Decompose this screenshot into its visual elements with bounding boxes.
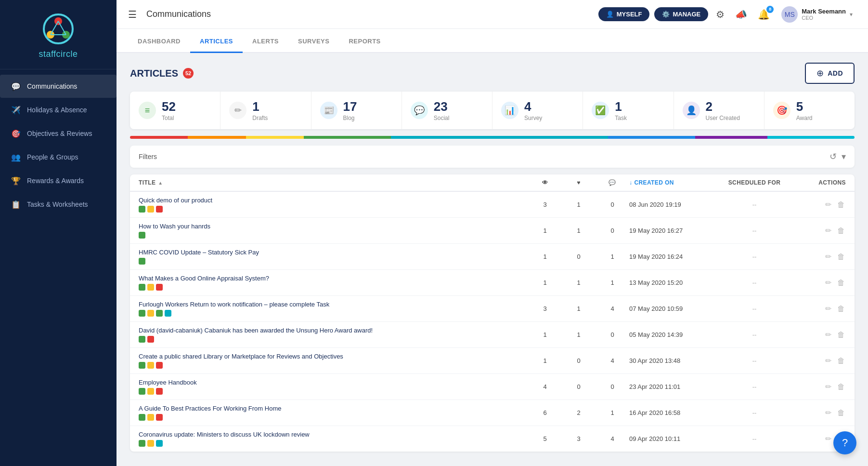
sidebar-item-holidays[interactable]: ✈️ Holidays & Absence [0, 98, 117, 121]
table-row[interactable]: Furlough Workers Return to work notifica… [130, 296, 855, 322]
edit-icon[interactable]: ✏ [824, 381, 832, 392]
article-created-on: 08 Jun 2020 19:19 [629, 201, 711, 208]
stat-drafts-label: Drafts [252, 115, 268, 121]
table-row[interactable]: Create a public shared Library or Market… [130, 348, 855, 374]
article-title-text: Coronavirus update: Ministers to discuss… [139, 431, 528, 438]
article-likes: 2 [562, 409, 596, 416]
stat-drafts[interactable]: ✏ 1 Drafts [220, 92, 311, 129]
table-row[interactable]: David (david-cabaniuk) Cabaniuk has been… [130, 322, 855, 348]
table-row[interactable]: How to Wash your hanrds 1 1 0 19 May 202… [130, 218, 855, 244]
tab-alerts[interactable]: ALERTS [243, 29, 288, 53]
delete-icon[interactable]: 🗑 [836, 200, 846, 210]
article-tags [139, 414, 528, 421]
tab-surveys[interactable]: SURVEYS [288, 29, 339, 53]
megaphone-button[interactable]: 📣 [732, 7, 750, 22]
article-comments: 4 [596, 305, 629, 312]
progress-seg-6 [695, 136, 768, 139]
manage-button[interactable]: ⚙️ MANAGE [654, 7, 708, 21]
filters-bar[interactable]: Filters ↺ ▾ [130, 146, 855, 168]
eye-icon: 👁 [542, 179, 548, 186]
tag [147, 414, 154, 421]
col-title[interactable]: TITLE ▲ [139, 179, 528, 186]
article-created-on: 05 May 2020 14:39 [629, 331, 711, 338]
myself-label: MYSELF [617, 11, 642, 18]
progress-seg-7 [767, 136, 855, 139]
sidebar-item-rewards[interactable]: 🏆 Rewards & Awards [0, 169, 117, 192]
edit-icon[interactable]: ✏ [824, 329, 832, 340]
myself-button[interactable]: 👤 MYSELF [598, 7, 650, 21]
tab-dashboard[interactable]: DASHBOARD [128, 29, 190, 53]
stat-survey[interactable]: 📊 4 Survey [492, 92, 583, 129]
stat-blog-num: 17 [343, 99, 357, 114]
table-header: TITLE ▲ 👁 ♥ 💬 ↓ CREATED ON [130, 174, 855, 192]
stat-social-icon: 💬 [411, 102, 428, 119]
stat-total-info: 52 Total [162, 99, 176, 121]
stat-task-num: 1 [615, 99, 627, 114]
col-created-on[interactable]: ↓ CREATED ON [629, 179, 711, 186]
stat-blog-info: 17 Blog [343, 99, 357, 121]
sidebar-item-tasks[interactable]: 📋 Tasks & Worksheets [0, 193, 117, 216]
user-profile[interactable]: MS Mark Seemann CEO ▾ [777, 4, 856, 25]
sidebar-item-people[interactable]: 👥 People & Groups [0, 146, 117, 169]
sidebar-item-label: Rewards & Awards [27, 177, 84, 185]
delete-icon[interactable]: 🗑 [836, 252, 846, 262]
article-title-cell: Employee Handbook [139, 379, 528, 395]
menu-icon[interactable]: ☰ [128, 9, 137, 20]
stat-social[interactable]: 💬 23 Social [402, 92, 492, 129]
tab-articles[interactable]: ARTICLES [190, 29, 243, 53]
topbar-actions: 👤 MYSELF ⚙️ MANAGE ⚙ 📣 🔔 8 MS Mark Seema… [598, 4, 856, 25]
stat-blog[interactable]: 📰 17 Blog [311, 92, 402, 129]
table-row[interactable]: Quick demo of our product 3 1 0 08 Jun 2… [130, 192, 855, 218]
stat-total[interactable]: ≡ 52 Total [130, 92, 220, 129]
col-actions: ACTIONS [798, 179, 846, 186]
tabs-bar: DASHBOARD ARTICLES ALERTS SURVEYS REPORT… [117, 29, 868, 53]
chevron-down-filters-icon[interactable]: ▾ [842, 151, 846, 162]
edit-icon[interactable]: ✏ [824, 355, 832, 366]
stat-award[interactable]: 🎯 5 Award [764, 92, 855, 129]
article-title-cell: Create a public shared Library or Market… [139, 353, 528, 369]
table-row[interactable]: Coronavirus update: Ministers to discuss… [130, 426, 855, 452]
sidebar-item-label: People & Groups [27, 153, 78, 161]
edit-icon[interactable]: ✏ [824, 303, 832, 314]
rewards-icon: 🏆 [11, 175, 21, 186]
delete-icon[interactable]: 🗑 [836, 226, 846, 236]
help-fab[interactable]: ? [833, 431, 856, 454]
stat-task[interactable]: ✅ 1 Task [583, 92, 674, 129]
stat-survey-info: 4 Survey [524, 99, 542, 121]
article-tags [139, 232, 528, 239]
delete-icon[interactable]: 🗑 [836, 382, 846, 392]
delete-icon[interactable]: 🗑 [836, 330, 846, 340]
table-row[interactable]: A Guide To Best Practices For Working Fr… [130, 400, 855, 426]
sidebar-navigation: 💬 Communications ✈️ Holidays & Absence 🎯… [0, 69, 117, 466]
add-article-button[interactable]: ⊕ ADD [805, 63, 855, 84]
delete-icon[interactable]: 🗑 [836, 408, 846, 418]
article-likes: 1 [562, 279, 596, 286]
sidebar-item-objectives[interactable]: 🎯 Objectives & Reviews [0, 122, 117, 145]
delete-icon[interactable]: 🗑 [836, 278, 846, 288]
notifications-button[interactable]: 🔔 8 [755, 7, 773, 22]
table-row[interactable]: What Makes a Good Online Appraisal Syste… [130, 270, 855, 296]
delete-icon[interactable]: 🗑 [836, 356, 846, 366]
edit-icon[interactable]: ✏ [824, 225, 832, 236]
article-created-on: 30 Apr 2020 13:48 [629, 357, 711, 364]
edit-icon[interactable]: ✏ [824, 251, 832, 262]
article-title-cell: David (david-cabaniuk) Cabaniuk has been… [139, 327, 528, 343]
edit-icon[interactable]: ✏ [824, 407, 832, 418]
edit-icon[interactable]: ✏ [824, 277, 832, 288]
stat-user-created-icon: 👤 [683, 102, 700, 119]
article-scheduled-for: -- [711, 357, 798, 364]
tab-reports[interactable]: REPORTS [339, 29, 390, 53]
people-icon: 👥 [11, 152, 21, 162]
communications-icon: 💬 [11, 81, 21, 92]
refresh-icon[interactable]: ↺ [829, 151, 837, 162]
sidebar-item-communications[interactable]: 💬 Communications [0, 75, 117, 98]
article-scheduled-for: -- [711, 305, 798, 312]
stat-user-created[interactable]: 👤 2 User Created [674, 92, 764, 129]
edit-icon[interactable]: ✏ [824, 199, 832, 210]
table-row[interactable]: Employee Handbook 4 0 0 23 Apr 2020 11:0… [130, 374, 855, 400]
delete-icon[interactable]: 🗑 [836, 304, 846, 314]
settings-button[interactable]: ⚙ [713, 7, 727, 22]
stat-survey-num: 4 [524, 99, 542, 114]
edit-icon[interactable]: ✏ [824, 433, 832, 444]
table-row[interactable]: HMRC COVID Update – Statutory Sick Pay 1… [130, 244, 855, 270]
